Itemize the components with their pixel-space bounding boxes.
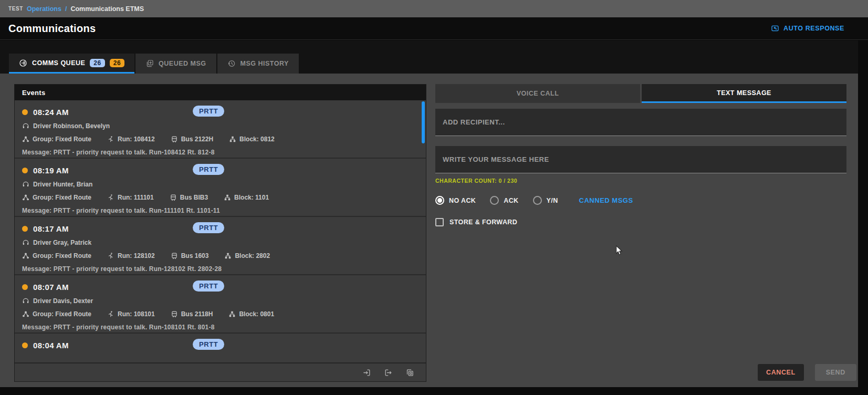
- event-bus: Bus 1603: [181, 252, 209, 259]
- radio-ack[interactable]: ACK: [490, 196, 518, 205]
- block-icon: [228, 310, 236, 318]
- copy-button[interactable]: [405, 368, 414, 377]
- store-and-forward-checkbox[interactable]: STORE & FORWARD: [435, 218, 846, 226]
- headset-icon: [22, 122, 29, 130]
- auto-response-label: AUTO RESPONSE: [783, 25, 844, 32]
- event-time: 08:07 AM: [33, 283, 69, 292]
- message-input[interactable]: [435, 146, 846, 173]
- breadcrumb-operations-link[interactable]: Operations: [27, 5, 61, 13]
- title-bar: Communications AUTO RESPONSE: [0, 17, 868, 40]
- run-icon: [107, 252, 114, 259]
- event-message: Message: PRTT - priority request to talk…: [22, 149, 419, 156]
- environment-label: TEST: [8, 6, 23, 12]
- bus-icon: [171, 252, 178, 259]
- comms-queue-badge-blue: 26: [90, 59, 104, 67]
- event-row[interactable]: 08:07 AM PRTT Driver Davis, Dexter Group…: [15, 275, 426, 334]
- run-icon: [107, 194, 114, 201]
- block-icon: [224, 252, 232, 259]
- event-driver: Driver Hunter, Brian: [33, 181, 92, 188]
- block-icon: [229, 136, 236, 143]
- auto-response-icon: [771, 24, 779, 33]
- event-run: Run: 111101: [118, 194, 154, 201]
- breadcrumb: TEST Operations / Communications ETMS: [0, 0, 868, 17]
- status-dot-icon: [22, 168, 28, 173]
- radio-yn-label: Y/N: [547, 197, 558, 204]
- tab-queued-msg[interactable]: QUEUED MSG: [135, 54, 216, 74]
- group-icon: [22, 252, 29, 259]
- bus-icon: [170, 194, 177, 201]
- event-row[interactable]: 08:04 AM PRTT: [15, 334, 426, 360]
- recipient-input[interactable]: [435, 109, 846, 136]
- status-dot-icon: [22, 342, 28, 348]
- group-icon: [22, 194, 29, 201]
- events-panel: Events 08:24 AM PRTT: [14, 84, 426, 382]
- event-type-badge: PRTT: [193, 164, 224, 175]
- event-time: 08:24 AM: [33, 108, 69, 117]
- queued-msg-icon: [145, 59, 154, 68]
- arrow-out-of-box-button[interactable]: [384, 368, 393, 377]
- event-row[interactable]: 08:17 AM PRTT Driver Gray, Patrick Group…: [15, 217, 426, 275]
- radio-unselected-icon: [533, 196, 542, 205]
- tab-voice-call[interactable]: VOICE CALL: [435, 84, 640, 103]
- event-message: Message: PRTT - priority request to talk…: [22, 207, 419, 214]
- event-type-badge: PRTT: [193, 222, 224, 233]
- character-count: CHARACTER COUNT: 0 / 230: [435, 178, 846, 184]
- event-row[interactable]: 08:19 AM PRTT Driver Hunter, Brian Group…: [15, 159, 426, 217]
- run-icon: [107, 136, 114, 143]
- status-dot-icon: [22, 109, 28, 115]
- arrow-into-box-button[interactable]: [362, 368, 371, 377]
- cancel-button[interactable]: CANCEL: [758, 364, 804, 381]
- events-footer-toolbar: [15, 362, 426, 381]
- group-icon: [22, 310, 29, 318]
- event-bus: Bus 2118H: [181, 310, 213, 318]
- event-block: Block: 2802: [235, 252, 270, 259]
- auto-response-button[interactable]: AUTO RESPONSE: [771, 24, 844, 33]
- headset-icon: [22, 239, 29, 246]
- store-and-forward-label: STORE & FORWARD: [449, 219, 517, 226]
- send-button[interactable]: SEND: [815, 364, 856, 381]
- event-driver: Driver Gray, Patrick: [33, 239, 91, 246]
- event-driver: Driver Davis, Dexter: [33, 297, 93, 305]
- tab-text-message[interactable]: TEXT MESSAGE: [642, 84, 846, 103]
- content-area: Events 08:24 AM PRTT: [0, 74, 858, 387]
- message-composer-panel: VOICE CALL TEXT MESSAGE CHARACTER COUNT:…: [435, 84, 846, 226]
- communications-etms-app: TEST Operations / Communications ETMS Co…: [0, 0, 868, 395]
- event-time: 08:04 AM: [33, 341, 69, 350]
- event-type-badge: PRTT: [193, 280, 224, 292]
- events-panel-header: Events: [15, 85, 426, 100]
- event-block: Block: 0801: [239, 310, 274, 318]
- canned-msgs-link[interactable]: CANNED MSGS: [579, 196, 633, 204]
- breadcrumb-separator: /: [65, 5, 67, 13]
- arrow-into-box-icon: [362, 368, 371, 377]
- tab-strip-zone: COMMS QUEUE 26 26 QUEUED MSG: [0, 40, 858, 74]
- tab-strip: COMMS QUEUE 26 26 QUEUED MSG: [9, 54, 299, 74]
- event-run: Run: 128102: [118, 252, 155, 259]
- events-title: Events: [22, 89, 45, 97]
- ack-options-row: NO ACK ACK Y/N CANNED MSGS: [435, 196, 846, 205]
- event-message: Message: PRTT - priority request to talk…: [22, 265, 419, 273]
- tab-msg-history-label: MSG HISTORY: [240, 60, 289, 67]
- event-group: Group: Fixed Route: [33, 136, 91, 143]
- tab-comms-queue-label: COMMS QUEUE: [32, 59, 85, 67]
- event-row[interactable]: 08:24 AM PRTT Driver Robinson, Bevelyn G…: [15, 100, 426, 159]
- events-list: 08:24 AM PRTT Driver Robinson, Bevelyn G…: [15, 100, 426, 362]
- event-run: Run: 108101: [118, 310, 155, 318]
- bus-icon: [171, 310, 178, 318]
- status-dot-icon: [22, 284, 28, 290]
- radio-yn[interactable]: Y/N: [533, 196, 558, 205]
- breadcrumb-current-page: Communications ETMS: [70, 5, 144, 13]
- status-dot-icon: [22, 226, 28, 232]
- composer-tabs: VOICE CALL TEXT MESSAGE: [435, 84, 846, 103]
- copy-icon: [405, 368, 414, 377]
- headset-icon: [22, 181, 29, 188]
- tab-msg-history[interactable]: MSG HISTORY: [217, 54, 299, 74]
- tab-text-message-label: TEXT MESSAGE: [717, 89, 771, 97]
- events-scrollbar-thumb[interactable]: [422, 101, 425, 143]
- tab-comms-queue[interactable]: COMMS QUEUE 26 26: [9, 54, 134, 74]
- event-driver: Driver Robinson, Bevelyn: [33, 122, 110, 130]
- bus-icon: [171, 136, 178, 143]
- event-time: 08:17 AM: [33, 224, 69, 233]
- radio-no-ack[interactable]: NO ACK: [435, 196, 476, 205]
- composer-actions: CANCEL SEND: [758, 364, 856, 381]
- broadcast-icon: [19, 59, 27, 67]
